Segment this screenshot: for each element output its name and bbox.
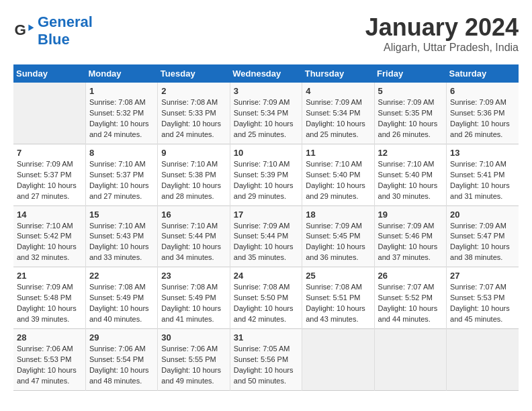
calendar-cell: 31Sunrise: 7:05 AM Sunset: 5:56 PM Dayli… [230, 329, 302, 391]
day-number: 7 [17, 148, 82, 158]
day-info: Sunrise: 7:09 AM Sunset: 5:36 PM Dayligh… [450, 97, 515, 140]
weekday-header-sunday: Sunday [13, 64, 85, 83]
calendar-cell [447, 329, 519, 391]
day-info: Sunrise: 7:09 AM Sunset: 5:45 PM Dayligh… [306, 221, 370, 264]
calendar-cell: 23Sunrise: 7:08 AM Sunset: 5:49 PM Dayli… [158, 267, 230, 329]
calendar-week-row: 7Sunrise: 7:09 AM Sunset: 5:37 PM Daylig… [13, 144, 519, 205]
day-number: 26 [378, 271, 443, 281]
day-info: Sunrise: 7:08 AM Sunset: 5:50 PM Dayligh… [234, 282, 298, 325]
day-info: Sunrise: 7:10 AM Sunset: 5:41 PM Dayligh… [450, 159, 515, 202]
weekday-header-thursday: Thursday [302, 64, 374, 83]
day-number: 12 [378, 148, 443, 158]
calendar-cell: 9Sunrise: 7:10 AM Sunset: 5:38 PM Daylig… [158, 144, 230, 205]
calendar-week-row: 21Sunrise: 7:09 AM Sunset: 5:48 PM Dayli… [13, 267, 519, 329]
day-info: Sunrise: 7:08 AM Sunset: 5:32 PM Dayligh… [89, 97, 154, 140]
day-number: 27 [450, 271, 515, 281]
day-number: 2 [161, 86, 226, 96]
calendar-cell: 2Sunrise: 7:08 AM Sunset: 5:33 PM Daylig… [158, 83, 230, 144]
day-number: 21 [17, 271, 82, 281]
day-number: 30 [161, 332, 226, 342]
day-info: Sunrise: 7:08 AM Sunset: 5:33 PM Dayligh… [161, 97, 226, 140]
calendar-cell: 25Sunrise: 7:08 AM Sunset: 5:51 PM Dayli… [302, 267, 374, 329]
day-number: 17 [234, 210, 298, 220]
day-info: Sunrise: 7:06 AM Sunset: 5:53 PM Dayligh… [17, 344, 82, 387]
day-info: Sunrise: 7:07 AM Sunset: 5:52 PM Dayligh… [378, 282, 443, 325]
calendar-cell: 19Sunrise: 7:09 AM Sunset: 5:46 PM Dayli… [374, 205, 446, 267]
day-info: Sunrise: 7:06 AM Sunset: 5:54 PM Dayligh… [89, 344, 154, 387]
day-number: 8 [89, 148, 154, 158]
day-info: Sunrise: 7:10 AM Sunset: 5:38 PM Dayligh… [161, 159, 226, 202]
calendar-cell: 14Sunrise: 7:10 AM Sunset: 5:42 PM Dayli… [13, 205, 85, 267]
day-info: Sunrise: 7:07 AM Sunset: 5:53 PM Dayligh… [450, 282, 515, 325]
calendar-cell: 28Sunrise: 7:06 AM Sunset: 5:53 PM Dayli… [13, 329, 85, 391]
day-info: Sunrise: 7:06 AM Sunset: 5:55 PM Dayligh… [161, 344, 226, 387]
calendar-week-row: 28Sunrise: 7:06 AM Sunset: 5:53 PM Dayli… [13, 329, 519, 391]
day-info: Sunrise: 7:09 AM Sunset: 5:46 PM Dayligh… [378, 221, 443, 264]
calendar-cell [374, 329, 446, 391]
day-info: Sunrise: 7:10 AM Sunset: 5:44 PM Dayligh… [161, 221, 226, 264]
logo: G General Blue [13, 13, 93, 49]
day-number: 6 [450, 86, 515, 96]
day-info: Sunrise: 7:10 AM Sunset: 5:42 PM Dayligh… [17, 221, 82, 264]
day-number: 1 [89, 86, 154, 96]
calendar-subtitle: Aligarh, Uttar Pradesh, India [365, 42, 519, 54]
calendar-cell: 5Sunrise: 7:09 AM Sunset: 5:35 PM Daylig… [374, 83, 446, 144]
weekday-header-friday: Friday [374, 64, 446, 83]
day-info: Sunrise: 7:09 AM Sunset: 5:34 PM Dayligh… [234, 97, 298, 140]
weekday-header-row: SundayMondayTuesdayWednesdayThursdayFrid… [13, 64, 519, 83]
day-number: 24 [234, 271, 298, 281]
day-info: Sunrise: 7:08 AM Sunset: 5:51 PM Dayligh… [306, 282, 370, 325]
logo-text: General Blue [38, 13, 93, 49]
day-number: 28 [17, 332, 82, 342]
day-info: Sunrise: 7:09 AM Sunset: 5:35 PM Dayligh… [378, 97, 443, 140]
page-header: G General Blue January 2024 Aligarh, Utt… [13, 13, 519, 54]
calendar-cell: 8Sunrise: 7:10 AM Sunset: 5:37 PM Daylig… [85, 144, 157, 205]
weekday-header-tuesday: Tuesday [158, 64, 230, 83]
calendar-cell: 26Sunrise: 7:07 AM Sunset: 5:52 PM Dayli… [374, 267, 446, 329]
day-number: 31 [234, 332, 298, 342]
day-info: Sunrise: 7:09 AM Sunset: 5:34 PM Dayligh… [306, 97, 370, 140]
calendar-cell: 4Sunrise: 7:09 AM Sunset: 5:34 PM Daylig… [302, 83, 374, 144]
svg-marker-1 [28, 25, 34, 32]
day-info: Sunrise: 7:05 AM Sunset: 5:56 PM Dayligh… [234, 344, 298, 387]
calendar-cell: 7Sunrise: 7:09 AM Sunset: 5:37 PM Daylig… [13, 144, 85, 205]
calendar-title: January 2024 [365, 13, 519, 42]
weekday-header-wednesday: Wednesday [230, 64, 302, 83]
calendar-cell: 13Sunrise: 7:10 AM Sunset: 5:41 PM Dayli… [447, 144, 519, 205]
day-info: Sunrise: 7:10 AM Sunset: 5:40 PM Dayligh… [378, 159, 443, 202]
calendar-cell [302, 329, 374, 391]
calendar-cell: 10Sunrise: 7:10 AM Sunset: 5:39 PM Dayli… [230, 144, 302, 205]
day-number: 20 [450, 210, 515, 220]
day-number: 22 [89, 271, 154, 281]
svg-text:G: G [15, 22, 26, 39]
title-block: January 2024 Aligarh, Uttar Pradesh, Ind… [365, 13, 519, 54]
calendar-cell: 6Sunrise: 7:09 AM Sunset: 5:36 PM Daylig… [447, 83, 519, 144]
day-number: 9 [161, 148, 226, 158]
day-info: Sunrise: 7:08 AM Sunset: 5:49 PM Dayligh… [161, 282, 226, 325]
day-info: Sunrise: 7:10 AM Sunset: 5:43 PM Dayligh… [89, 221, 154, 264]
logo-icon: G [13, 20, 35, 42]
calendar-table: SundayMondayTuesdayWednesdayThursdayFrid… [13, 64, 519, 391]
calendar-cell: 16Sunrise: 7:10 AM Sunset: 5:44 PM Dayli… [158, 205, 230, 267]
weekday-header-saturday: Saturday [447, 64, 519, 83]
calendar-cell: 24Sunrise: 7:08 AM Sunset: 5:50 PM Dayli… [230, 267, 302, 329]
day-number: 10 [234, 148, 298, 158]
day-number: 15 [89, 210, 154, 220]
day-number: 16 [161, 210, 226, 220]
calendar-cell: 17Sunrise: 7:09 AM Sunset: 5:44 PM Dayli… [230, 205, 302, 267]
day-number: 3 [234, 86, 298, 96]
calendar-week-row: 1Sunrise: 7:08 AM Sunset: 5:32 PM Daylig… [13, 83, 519, 144]
day-number: 23 [161, 271, 226, 281]
day-info: Sunrise: 7:08 AM Sunset: 5:49 PM Dayligh… [89, 282, 154, 325]
calendar-cell: 21Sunrise: 7:09 AM Sunset: 5:48 PM Dayli… [13, 267, 85, 329]
calendar-cell: 29Sunrise: 7:06 AM Sunset: 5:54 PM Dayli… [85, 329, 157, 391]
calendar-cell: 20Sunrise: 7:09 AM Sunset: 5:47 PM Dayli… [447, 205, 519, 267]
day-number: 29 [89, 332, 154, 342]
day-number: 19 [378, 210, 443, 220]
calendar-cell: 27Sunrise: 7:07 AM Sunset: 5:53 PM Dayli… [447, 267, 519, 329]
calendar-cell: 30Sunrise: 7:06 AM Sunset: 5:55 PM Dayli… [158, 329, 230, 391]
day-number: 25 [306, 271, 370, 281]
day-info: Sunrise: 7:09 AM Sunset: 5:37 PM Dayligh… [17, 159, 82, 202]
calendar-cell: 18Sunrise: 7:09 AM Sunset: 5:45 PM Dayli… [302, 205, 374, 267]
calendar-cell: 3Sunrise: 7:09 AM Sunset: 5:34 PM Daylig… [230, 83, 302, 144]
